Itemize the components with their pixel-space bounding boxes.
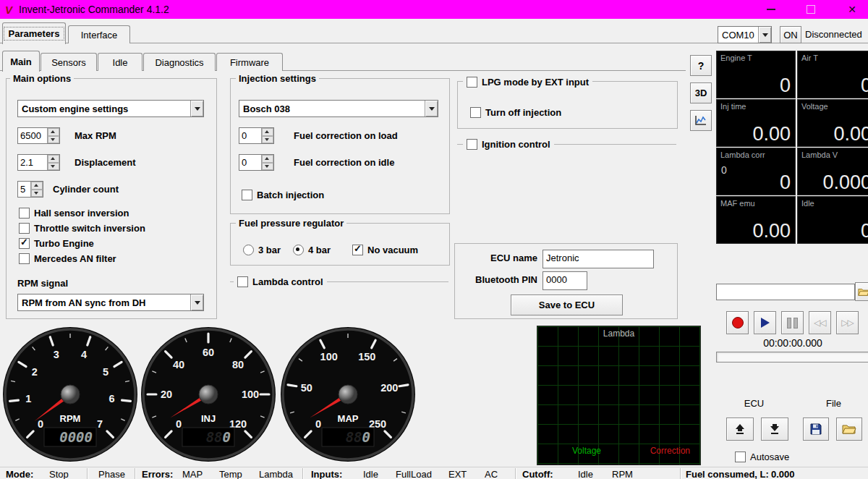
record-button[interactable] [726, 311, 749, 334]
svg-text:0: 0 [223, 429, 231, 445]
turbo-engine-checkbox[interactable]: Turbo Engine [19, 237, 94, 249]
digital-gauge-air-t: Air T 0 [797, 51, 868, 98]
status-mode-value: Stop [49, 469, 69, 479]
status-cutoff-label: Cutoff: [522, 469, 553, 479]
fuel-pressure-4bar-radio[interactable]: 4 bar [293, 244, 331, 255]
displacement-spinner[interactable]: 2.1 [17, 154, 60, 171]
checkbox-box [19, 208, 30, 219]
upload-to-ecu-button[interactable] [726, 417, 754, 441]
help-button[interactable]: ? [690, 55, 712, 76]
play-button[interactable] [754, 311, 776, 334]
fast-forward-button[interactable]: ▷▷ [836, 311, 859, 334]
tab-main[interactable]: Main [2, 51, 40, 72]
status-separator [135, 468, 135, 479]
tab-sensors[interactable]: Sensors [41, 53, 97, 71]
tab-parameters[interactable]: Parameters [2, 22, 66, 44]
status-error-lambda: Lambda [259, 469, 293, 479]
digital-gauge-idle: Idle 0 [797, 196, 868, 244]
tab-idle[interactable]: Idle [98, 53, 142, 71]
minimize-icon [767, 9, 775, 10]
rewind-button[interactable]: ◁◁ [809, 311, 831, 334]
svg-text:80: 80 [232, 359, 244, 370]
injector-combo[interactable]: Bosch 038 [239, 100, 438, 117]
svg-text:40: 40 [173, 359, 184, 370]
chevron-down-icon[interactable] [758, 27, 771, 43]
engine-settings-combo[interactable]: Custom engine settings [17, 100, 204, 117]
log-progress-bar[interactable] [716, 352, 868, 363]
save-to-ecu-label: Save to ECU [539, 300, 595, 310]
svg-text:5: 5 [103, 366, 109, 378]
lpg-mode-checkbox[interactable]: LPG mode by EXT input [463, 76, 592, 88]
spin-up-icon[interactable] [48, 128, 59, 136]
status-input-ac: AC [485, 469, 498, 479]
spin-down-icon[interactable] [31, 190, 43, 198]
checkbox-label: Turbo Engine [34, 238, 94, 249]
browse-log-button[interactable] [855, 282, 868, 301]
tab-firmware-label: Firmware [230, 57, 269, 68]
pause-button[interactable] [781, 311, 804, 334]
throttle-switch-inversion-checkbox[interactable]: Throttle switch inversion [19, 222, 145, 234]
fuel-correction-idle-spinner[interactable]: 0 [239, 154, 274, 171]
cylinder-count-spinner[interactable]: 5 [17, 181, 43, 198]
fuel-correction-load-spinner[interactable]: 0 [239, 127, 274, 144]
chevron-down-icon[interactable] [190, 294, 203, 310]
save-to-ecu-button[interactable]: Save to ECU [511, 294, 623, 315]
svg-text:1: 1 [25, 393, 31, 404]
ignition-control-checkbox[interactable]: Ignition control [463, 138, 554, 150]
mercedes-an-filter-checkbox[interactable]: Mercedes AN filter [19, 253, 116, 264]
no-vacuum-checkbox[interactable]: No vacuum [352, 244, 418, 255]
checkbox-label: Autosave [750, 452, 789, 462]
turn-off-injection-checkbox[interactable]: Turn off injection [470, 106, 561, 118]
close-button[interactable] [836, 0, 868, 19]
com-port-combo[interactable]: COM10 [718, 26, 772, 43]
spin-up-icon[interactable] [262, 155, 273, 163]
autosave-checkbox[interactable]: Autosave [735, 451, 789, 462]
bluetooth-pin-input[interactable]: 0000 [542, 271, 587, 290]
lambda-chart-legend-voltage: Voltage [572, 446, 601, 456]
ecu-name-label: ECU name [454, 253, 537, 263]
minimize-button[interactable] [755, 0, 787, 19]
chevron-down-icon[interactable] [425, 101, 438, 116]
log-file-input[interactable] [716, 284, 855, 300]
rpm-gauge: 01234567RPM88880000 [1, 326, 139, 463]
inj-gauge: 020406080100120INJ8880 [140, 326, 277, 463]
open-file-button[interactable] [836, 417, 862, 441]
spin-up-icon[interactable] [31, 182, 43, 190]
spin-down-icon[interactable] [262, 136, 273, 144]
digital-gauge-voltage: Voltage 0.00 [797, 99, 868, 147]
status-separator [87, 468, 88, 479]
rpm-signal-combo[interactable]: RPM from AN sync from DH [17, 294, 204, 311]
svg-text:200: 200 [380, 382, 398, 394]
max-rpm-label: Max RPM [75, 130, 116, 141]
save-file-button[interactable] [803, 417, 829, 441]
tab-diagnostics[interactable]: Diagnostics [143, 53, 216, 71]
lambda-control-checkbox[interactable]: Lambda control [234, 276, 327, 287]
checkbox-box [19, 238, 30, 249]
main-options-title: Main options [10, 73, 74, 84]
svg-text:0: 0 [362, 429, 370, 445]
hall-sensor-inversion-checkbox[interactable]: Hall sensor inversion [19, 207, 129, 219]
spin-down-icon[interactable] [48, 136, 59, 144]
tab-idle-label: Idle [113, 57, 128, 68]
ecu-name-input[interactable]: Jetronic [542, 250, 654, 268]
chart-view-button[interactable] [690, 110, 712, 131]
tab-interface[interactable]: Interface [68, 25, 130, 43]
status-fuel-value: 0.000 [771, 469, 795, 479]
tab-firmware[interactable]: Firmware [216, 53, 283, 71]
spin-up-icon[interactable] [48, 155, 59, 163]
batch-injection-checkbox[interactable]: Batch injection [242, 189, 324, 200]
max-rpm-spinner[interactable]: 6500 [17, 127, 60, 144]
chevron-down-icon[interactable] [190, 101, 203, 116]
status-separator [515, 468, 516, 479]
spin-up-icon[interactable] [262, 128, 273, 136]
maximize-button[interactable] [795, 0, 827, 19]
connection-status: Disconnected [805, 29, 862, 40]
connect-on-button[interactable]: ON [780, 26, 801, 43]
download-from-ecu-button[interactable] [761, 417, 788, 441]
checkbox-box [352, 245, 363, 255]
spin-down-icon[interactable] [48, 163, 59, 171]
3d-view-button[interactable]: 3D [690, 82, 712, 103]
spin-down-icon[interactable] [262, 163, 273, 171]
gauge-value: 0 [861, 75, 868, 97]
fuel-pressure-3bar-radio[interactable]: 3 bar [243, 244, 281, 255]
